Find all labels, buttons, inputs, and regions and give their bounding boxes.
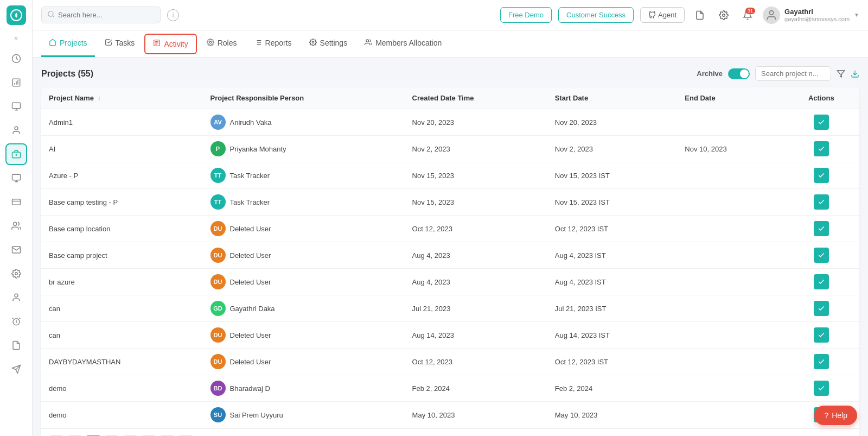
sidebar-item-people[interactable] [5,215,27,237]
sidebar: » [0,0,33,436]
customer-success-button[interactable]: Customer Success [558,7,634,23]
col-created-date: Created Date Time [405,87,547,109]
actions-cell [783,269,859,295]
table-row: canGDGayathri DakaJul 21, 2023Jul 21, 20… [41,295,859,322]
col-start-date: Start Date [547,87,678,109]
sidebar-item-card[interactable] [5,191,27,213]
person-name: Deleted User [230,278,271,286]
actions-cell [783,189,859,216]
page-area: Projects (55) Archive [33,58,868,436]
tasks-tab-label: Tasks [116,39,135,47]
tab-roles[interactable]: Roles [199,30,245,57]
sort-icon[interactable]: ↑ [98,96,101,102]
responsible-person-cell: AVAnirudh Vaka [203,109,405,136]
tab-members-allocation[interactable]: Members Allocation [357,30,449,57]
sidebar-item-send[interactable] [5,358,27,380]
tab-settings[interactable]: Settings [302,30,355,57]
sidebar-item-monitor[interactable] [5,96,27,117]
col-responsible-person: Project Responsible Person [203,87,405,109]
project-name-cell: can [41,322,203,349]
archive-action-button[interactable] [814,248,829,263]
notification-icon[interactable]: 31 [739,7,756,24]
end-date-cell [677,402,783,428]
project-name-cell: Admin1 [41,109,203,136]
help-label: Help [832,411,847,420]
actions-cell [783,216,859,242]
project-name-cell: Base camp location [41,216,203,242]
svg-point-17 [15,294,18,297]
archive-action-button[interactable] [814,141,829,156]
free-demo-button[interactable]: Free Demo [500,7,552,23]
archive-action-button[interactable] [814,274,829,289]
person-name: Gayathri Daka [230,305,275,313]
responsible-person-cell: PPriyanka Mohanty [203,136,405,162]
start-date-cell: May 10, 2023 [547,402,678,428]
archive-action-button[interactable] [814,221,829,236]
project-name-cell: DAYBYDAYMASTHAN [41,349,203,375]
archive-action-button[interactable] [814,115,829,130]
sidebar-item-mail[interactable] [5,239,27,261]
archive-action-button[interactable] [814,301,829,316]
tab-projects[interactable]: Projects [41,30,95,57]
sidebar-item-person[interactable] [5,119,27,141]
project-name-cell: Azure - P [41,162,203,189]
agent-button[interactable]: Agent [640,7,685,23]
sidebar-item-gear[interactable] [5,263,27,285]
archive-action-button[interactable] [814,168,829,183]
sidebar-item-desktop[interactable] [5,167,27,189]
help-button[interactable]: ? Help [814,406,857,425]
archive-action-button[interactable] [814,194,829,210]
svg-point-6 [15,127,18,130]
created-date-cell: Nov 2, 2023 [405,136,547,162]
sidebar-item-clock[interactable] [5,48,27,69]
svg-point-36 [312,41,314,43]
sidebar-expand-icon[interactable]: » [11,33,22,43]
archive-toggle[interactable] [728,68,750,79]
svg-point-15 [13,222,16,225]
search-project-input[interactable] [755,66,831,81]
info-icon[interactable]: i [167,9,179,21]
table-row: canDUDeleted UserAug 14, 2023Aug 14, 202… [41,322,859,349]
sidebar-item-alarm[interactable] [5,311,27,332]
avatar: TT [210,168,226,183]
search-input[interactable] [58,11,139,19]
project-name-cell: can [41,295,203,322]
person-name: Deleted User [230,251,271,260]
projects-table: Project Name ↑ Project Responsible Perso… [41,87,859,428]
responsible-person-cell: SUSai Prem Uyyuru [203,402,405,428]
members-allocation-tab-label: Members Allocation [375,39,442,47]
search-icon [47,10,55,20]
sidebar-item-briefcase[interactable] [5,143,27,165]
tab-tasks[interactable]: Tasks [97,30,143,57]
tab-activity[interactable]: Activity [144,34,196,54]
start-date-cell: Aug 4, 2023 IST [547,242,678,269]
archive-action-button[interactable] [814,354,829,369]
download-icon[interactable] [851,69,859,78]
projects-tab-label: Projects [60,39,87,47]
settings-icon[interactable] [715,7,732,24]
document-icon[interactable] [691,7,709,24]
start-date-cell: Aug 14, 2023 IST [547,322,678,349]
archive-action-button[interactable] [814,327,829,343]
projects-table-container: Project Name ↑ Project Responsible Perso… [41,87,859,436]
app-logo[interactable] [7,5,26,25]
tab-reports[interactable]: Reports [247,30,299,57]
sidebar-item-chart[interactable] [5,72,27,93]
search-box[interactable] [41,7,161,23]
start-date-cell: Jul 21, 2023 IST [547,295,678,322]
agent-label: Agent [658,11,676,19]
col-actions: Actions [783,87,859,109]
svg-point-21 [48,11,53,16]
sidebar-item-doc[interactable] [5,334,27,356]
main-content: i Free Demo Customer Success Agent 31 Ga… [33,0,868,436]
person-name: Bharadwaj D [230,384,270,393]
activity-tab-icon [153,39,161,48]
project-name-cell: AI [41,136,203,162]
actions-cell [783,136,859,162]
avatar: BD [210,381,226,396]
sidebar-item-person2[interactable] [5,287,27,308]
filter-icon[interactable] [837,69,845,78]
user-section[interactable]: Gayathri gayathri@snovasys.com ▼ [763,7,859,24]
archive-action-button[interactable] [814,381,829,396]
user-name: Gayathri [784,8,850,16]
